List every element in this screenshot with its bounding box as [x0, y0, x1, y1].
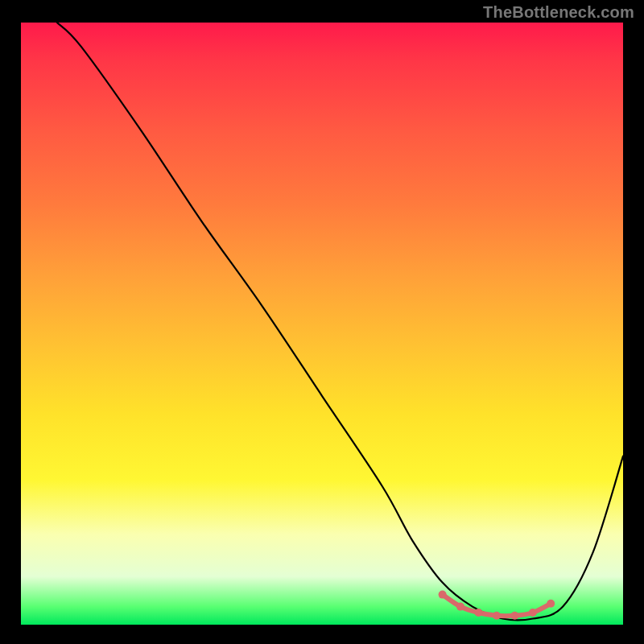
- bottleneck-curve: [57, 23, 623, 620]
- optimal-range-dot: [493, 612, 501, 620]
- chart-svg: [21, 23, 623, 625]
- optimal-range-dot: [529, 609, 537, 617]
- chart-container: TheBottleneck.com: [0, 0, 644, 644]
- optimal-range-dot: [510, 612, 518, 620]
- optimal-range-dot: [439, 591, 447, 599]
- optimal-range-dot: [456, 603, 464, 611]
- plot-area: [21, 23, 623, 625]
- attribution-label: TheBottleneck.com: [483, 3, 634, 22]
- optimal-range-dot: [475, 609, 483, 617]
- optimal-range-dot: [547, 600, 555, 608]
